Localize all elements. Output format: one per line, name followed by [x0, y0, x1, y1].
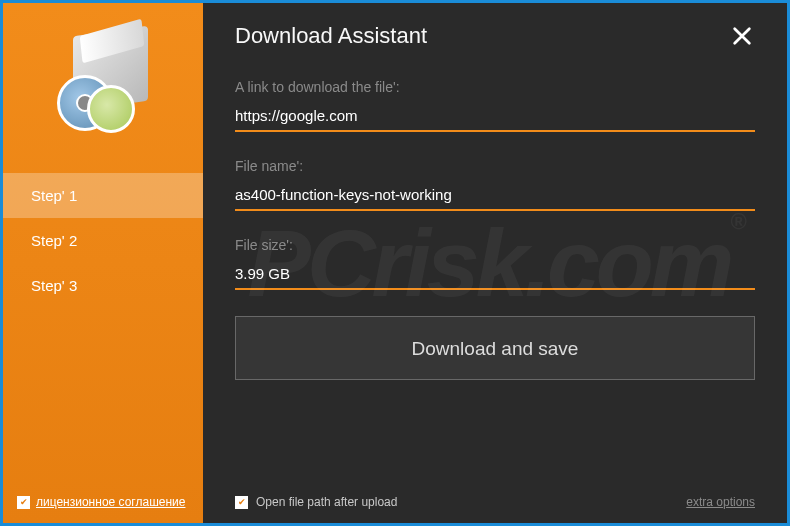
- filename-input[interactable]: [235, 186, 755, 211]
- field-size: File size':: [235, 237, 755, 290]
- open-path-row: ✔ Open file path after upload: [235, 495, 397, 509]
- step-2[interactable]: Step' 2: [3, 218, 203, 263]
- step-3[interactable]: Step' 3: [3, 263, 203, 308]
- open-path-checkbox[interactable]: ✔: [235, 496, 248, 509]
- bottom-row: ✔ Open file path after upload extra opti…: [235, 495, 755, 509]
- sidebar-icon-area: [3, 3, 203, 153]
- open-path-label: Open file path after upload: [256, 495, 397, 509]
- installer-box-icon: [53, 31, 153, 126]
- step-1[interactable]: Step' 1: [3, 173, 203, 218]
- title-row: Download Assistant: [235, 23, 755, 49]
- extra-options-link[interactable]: extra options: [686, 495, 755, 509]
- link-input[interactable]: [235, 107, 755, 132]
- license-link[interactable]: лицензионное соглашение: [36, 495, 185, 509]
- close-icon: [731, 25, 753, 47]
- page-title: Download Assistant: [235, 23, 427, 49]
- download-save-button[interactable]: Download and save: [235, 316, 755, 380]
- steps-list: Step' 1 Step' 2 Step' 3: [3, 173, 203, 308]
- main-panel: PCrisk.com® Download Assistant A link to…: [203, 3, 787, 523]
- link-label: A link to download the file':: [235, 79, 755, 95]
- license-checkbox[interactable]: ✔: [17, 496, 30, 509]
- close-button[interactable]: [729, 23, 755, 49]
- filesize-input[interactable]: [235, 265, 755, 290]
- field-name: File name':: [235, 158, 755, 211]
- sidebar: Step' 1 Step' 2 Step' 3 ✔ лицензионное с…: [3, 3, 203, 523]
- filename-label: File name':: [235, 158, 755, 174]
- download-assistant-window: Step' 1 Step' 2 Step' 3 ✔ лицензионное с…: [0, 0, 790, 526]
- field-link: A link to download the file':: [235, 79, 755, 132]
- filesize-label: File size':: [235, 237, 755, 253]
- license-row: ✔ лицензионное соглашение: [17, 495, 193, 509]
